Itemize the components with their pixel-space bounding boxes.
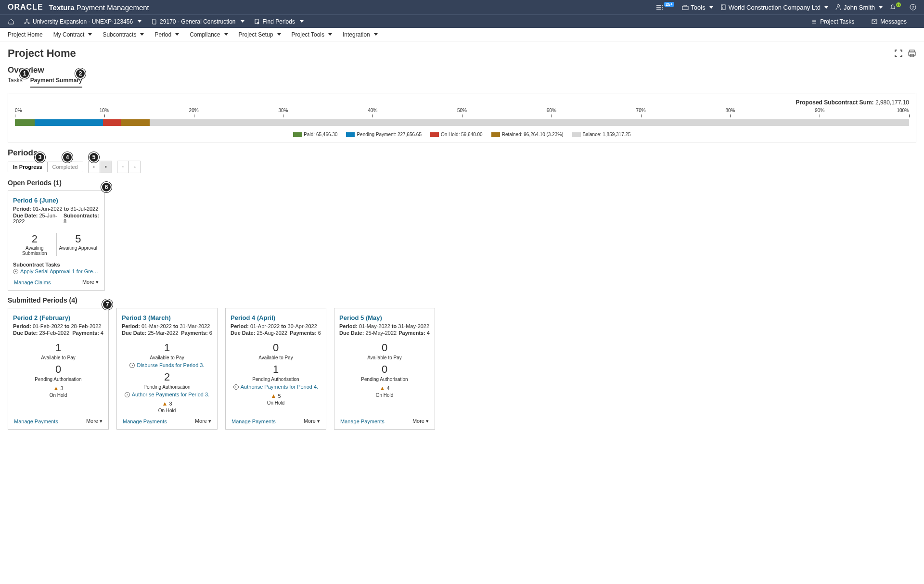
period-title-link[interactable]: Period 2 (February) [13,314,103,321]
messages-link[interactable]: Messages [872,18,907,25]
overview-heading: Overview [8,65,916,75]
submitted-period-card: Period 4 (April) Period: 01-Apr-2022 to … [225,308,326,430]
user-menu[interactable]: John Smith [835,4,883,11]
filter-in-progress[interactable]: In Progress [8,162,48,172]
warning-icon: ▲ [379,385,385,392]
callout-1: 1 [19,68,30,79]
chart-bar [15,119,909,126]
sort-desc-button[interactable] [129,161,141,173]
submitted-periods-heading: Submitted Periods (4) [8,296,916,304]
fullscreen-button[interactable] [894,49,903,58]
menu-my-contract[interactable]: My Contract [53,31,92,38]
app-title: Textura Payment Management [49,3,149,12]
tools-menu[interactable]: Tools [682,4,713,11]
sort-desc-icon [134,164,136,170]
card-more-menu[interactable]: More ▾ [304,418,320,424]
task-icon: › [125,392,130,397]
chart-legend: Paid: 65,466.30 Pending Payment: 227,656… [15,132,909,137]
card-more-menu[interactable]: More ▾ [82,279,99,285]
contract-crumb[interactable]: 29170 - General Construction [151,18,244,25]
view-list-button[interactable] [100,161,112,173]
manage-payments-link[interactable]: Manage Payments [14,419,58,424]
svg-text:?: ? [911,5,914,10]
grid-icon [93,164,95,170]
chart-ticks [15,114,909,118]
bell-badge: 0 [896,2,901,7]
sort-asc-button[interactable] [117,161,129,173]
period-status-filter: In Progress Completed [8,162,83,172]
menu-project-home[interactable]: Project Home [8,31,43,38]
svg-point-5 [837,5,839,7]
card-more-menu[interactable]: More ▾ [195,418,211,424]
authorise-link[interactable]: Authorise Payments for Period 4. [241,384,318,390]
search-doc-icon [254,19,260,25]
manage-claims-link[interactable]: Manage Claims [14,279,51,285]
bar-paid [15,119,35,126]
print-button[interactable] [908,49,916,58]
menu-integration[interactable]: Integration [343,31,378,38]
callout-7: 7 [102,299,113,310]
svg-rect-3 [682,6,688,10]
pinned-tasks-icon[interactable]: 25+ [655,4,675,11]
sort-toggle [117,161,141,173]
home-icon [8,18,14,25]
svg-rect-20 [94,167,94,167]
view-toggle [88,161,112,173]
svg-point-1 [662,7,663,8]
bar-pending [35,119,103,126]
notifications-bell[interactable]: 0 [889,4,903,11]
period-title-link[interactable]: Period 3 (March) [122,314,212,321]
project-tasks-link[interactable]: Project Tasks [811,18,854,25]
task-icon: › [129,363,135,368]
filter-completed[interactable]: Completed [48,162,83,172]
person-icon [835,4,842,11]
period-title-link[interactable]: Period 6 (June) [13,197,100,204]
org-switcher[interactable]: World Construction Company Ltd [720,4,828,11]
view-grid-button[interactable] [89,161,100,173]
callout-4: 4 [62,152,73,163]
submitted-period-card: Period 5 (May) Period: 01-May-2022 to 31… [334,308,435,430]
warning-icon: ▲ [53,385,59,392]
help-button[interactable]: ? [910,4,916,11]
menu-subcontracts[interactable]: Subcontracts [103,31,144,38]
menu-project-setup[interactable]: Project Setup [239,31,281,38]
warning-icon: ▲ [270,393,276,399]
svg-rect-22 [105,166,106,167]
mail-icon [872,19,877,25]
card-more-menu[interactable]: More ▾ [86,418,103,424]
oracle-logo: ORACLE [8,3,43,12]
svg-rect-21 [105,166,105,167]
task-icon: › [233,384,239,390]
global-header: ORACLE Textura Payment Management 25+ To… [0,0,924,14]
manage-payments-link[interactable]: Manage Payments [340,419,385,424]
find-periods-crumb[interactable]: Find Periods [254,18,304,25]
period-title-link[interactable]: Period 4 (April) [231,314,321,321]
chart-axis: 0%10%20%30%40%50%60%70%80%90%100% [15,108,909,114]
tab-payment-summary[interactable]: Payment Summary [30,77,82,88]
svg-point-0 [662,5,663,6]
tab-tasks[interactable]: Tasks [8,77,23,88]
menu-compliance[interactable]: Compliance [190,31,228,38]
card-more-menu[interactable]: More ▾ [412,418,429,424]
overview-section: Overview Tasks Payment Summary 1 2 Propo… [0,63,924,146]
bar-hold [103,119,121,126]
svg-rect-19 [93,167,94,167]
menu-period[interactable]: Period [154,31,179,38]
svg-rect-14 [910,50,914,52]
subcontract-task-link[interactable]: Apply Serial Approval 1 for Green Corpor… [20,268,100,274]
warning-icon: ▲ [162,400,167,407]
project-crumb[interactable]: University Expansion - UNEXP-123456 [24,18,141,25]
callout-5: 5 [89,152,99,163]
sort-asc-icon [122,164,124,170]
manage-payments-link[interactable]: Manage Payments [231,419,276,424]
toolbox-icon [682,4,689,11]
manage-payments-link[interactable]: Manage Payments [123,419,167,424]
svg-rect-11 [255,19,258,24]
tasks-badge: 25+ [664,2,674,7]
authorise-link[interactable]: Authorise Payments for Period 3. [132,392,209,397]
period-title-link[interactable]: Period 5 (May) [339,314,430,321]
home-crumb[interactable] [8,18,14,25]
disburse-link[interactable]: Disburse Funds for Period 3. [137,362,204,368]
task-plus-icon: + [13,269,18,274]
menu-project-tools[interactable]: Project Tools [292,31,332,38]
